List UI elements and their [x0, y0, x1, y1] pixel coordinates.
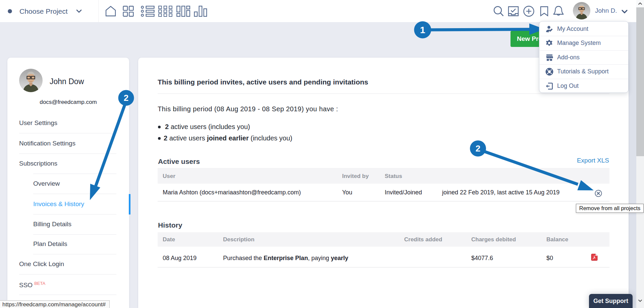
svg-text:2: 2	[476, 143, 480, 153]
svg-text:2: 2	[124, 93, 128, 103]
svg-text:1: 1	[420, 25, 425, 35]
